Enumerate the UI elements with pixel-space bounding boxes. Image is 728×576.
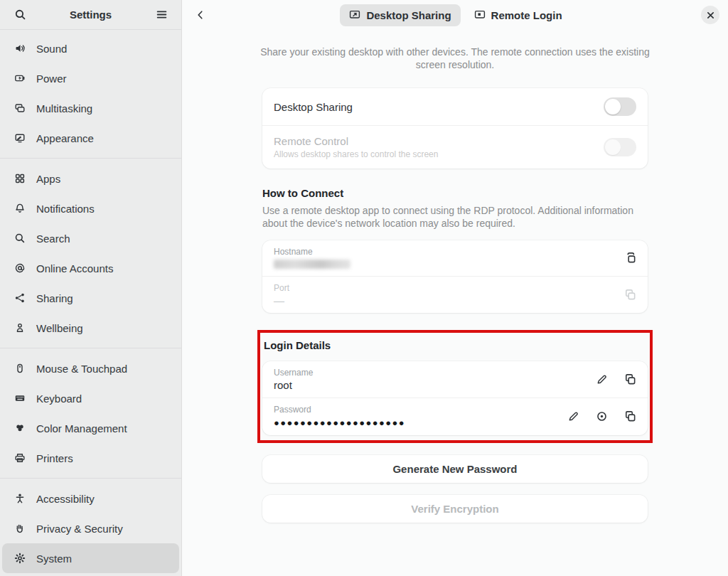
hand-icon (14, 523, 26, 535)
copy-icon (624, 289, 636, 301)
sidebar-item-label: Sharing (36, 292, 73, 304)
sidebar-item-wellbeing[interactable]: Wellbeing (2, 313, 179, 343)
desktop-sharing-label: Desktop Sharing (274, 101, 604, 113)
sidebar-item-privacy-security[interactable]: Privacy & Security (2, 513, 179, 543)
sidebar-item-keyboard[interactable]: Keyboard (2, 383, 179, 413)
remote-control-subtitle: Allows desktop shares to control the scr… (274, 149, 604, 159)
sidebar-item-online-accounts[interactable]: Online Accounts (2, 253, 179, 283)
sidebar-item-label: System (36, 553, 72, 565)
copy-icon[interactable] (624, 373, 636, 385)
back-button[interactable] (191, 5, 210, 25)
appearance-icon (14, 132, 26, 144)
desktop-sharing-toggle[interactable] (604, 97, 636, 116)
remote-login-icon (474, 9, 486, 21)
main-header: Desktop Sharing Remote Login (182, 0, 728, 30)
desktop-sharing-card: Desktop Sharing Remote Control Allows de… (262, 88, 648, 169)
port-row: Port — (262, 277, 648, 313)
sidebar-list: Sound Power Multitasking Appearance Apps (0, 30, 181, 576)
sidebar-item-mouse-touchpad[interactable]: Mouse & Touchpad (2, 353, 179, 383)
speaker-icon (14, 43, 26, 55)
username-row: Username root (262, 361, 648, 398)
sidebar-item-appearance[interactable]: Appearance (2, 123, 179, 153)
sidebar-item-label: Appearance (36, 132, 94, 144)
sidebar-header: Settings (0, 0, 181, 30)
color-circles-icon (14, 422, 26, 434)
keyboard-icon (14, 393, 26, 405)
show-password-eye-icon[interactable] (596, 410, 608, 422)
sidebar-item-accessibility[interactable]: Accessibility (2, 484, 179, 513)
sidebar-item-power[interactable]: Power (2, 63, 179, 93)
mouse-icon (14, 363, 26, 375)
sidebar-item-label: Search (36, 233, 70, 245)
close-icon[interactable] (701, 6, 719, 24)
search-icon (14, 233, 26, 245)
sidebar-item-label: Printers (36, 452, 73, 464)
sidebar-divider (0, 478, 181, 479)
desktop-sharing-row: Desktop Sharing (262, 88, 648, 125)
desktop-sharing-icon (349, 9, 360, 21)
how-to-connect-title: How to Connect (262, 187, 648, 199)
copy-icon[interactable] (624, 410, 636, 422)
sidebar-item-label: Privacy & Security (36, 523, 123, 535)
sidebar-item-notifications[interactable]: Notifications (2, 193, 179, 223)
toggle-knob (605, 139, 621, 155)
sidebar-item-color-management[interactable]: Color Management (2, 413, 179, 443)
tab-remote-login[interactable]: Remote Login (465, 4, 572, 26)
verify-encryption-button: Verify Encryption (262, 495, 648, 523)
sidebar: Settings Sound Power Multitasking Appear… (0, 0, 182, 576)
sidebar-divider (0, 158, 181, 159)
sidebar-item-printers[interactable]: Printers (2, 443, 179, 473)
sidebar-item-apps[interactable]: Apps (2, 164, 179, 193)
copy-icon[interactable] (624, 252, 636, 264)
sidebar-item-label: Notifications (36, 203, 95, 215)
sidebar-item-sound[interactable]: Sound (2, 33, 179, 63)
sidebar-item-label: Sound (36, 43, 67, 55)
sidebar-item-label: Multitasking (36, 102, 92, 114)
at-icon (14, 262, 26, 274)
login-details-card: Username root Password ●●●●●●●●●●●●●●●●●… (262, 361, 648, 435)
username-value: root (274, 379, 596, 391)
content-column: Desktop Sharing Remote Control Allows de… (262, 71, 648, 523)
sidebar-item-label: Keyboard (36, 393, 82, 405)
hostname-label: Hostname (274, 247, 624, 257)
hamburger-menu-icon[interactable] (151, 5, 171, 25)
sidebar-divider (0, 348, 181, 348)
main-panel: Desktop Sharing Remote Login Share your … (182, 0, 728, 576)
username-label: Username (274, 368, 596, 378)
share-icon (14, 292, 26, 304)
printer-icon (14, 452, 26, 464)
toggle-knob (605, 99, 621, 114)
password-row: Password ●●●●●●●●●●●●●●●●●●●● (262, 398, 648, 435)
sidebar-item-label: Accessibility (36, 493, 95, 505)
battery-icon (14, 73, 26, 85)
remote-control-label: Remote Control (274, 135, 604, 147)
password-label: Password (274, 405, 567, 415)
remote-control-toggle (604, 138, 636, 156)
sidebar-item-multitasking[interactable]: Multitasking (2, 93, 179, 123)
sidebar-item-system[interactable]: System (2, 543, 179, 573)
port-value: — (274, 294, 624, 306)
apps-grid-icon (14, 173, 26, 185)
tab-label: Desktop Sharing (366, 9, 451, 21)
sidebar-item-search[interactable]: Search (2, 223, 179, 253)
sidebar-item-sharing[interactable]: Sharing (2, 283, 179, 313)
edit-pencil-icon[interactable] (567, 410, 579, 422)
sidebar-item-label: Apps (36, 173, 60, 185)
sidebar-item-label: Wellbeing (36, 322, 83, 334)
accessibility-icon (14, 493, 26, 505)
remote-control-row: Remote Control Allows desktop shares to … (262, 126, 648, 169)
edit-pencil-icon[interactable] (596, 373, 608, 385)
generate-new-password-button[interactable]: Generate New Password (262, 455, 648, 483)
sidebar-title: Settings (30, 9, 151, 21)
settings-window: Settings Sound Power Multitasking Appear… (0, 0, 728, 576)
hostname-value-redacted (274, 260, 350, 269)
login-details-title: Login Details (262, 339, 648, 351)
how-to-connect-description: Use a remote desktop app to connect usin… (262, 205, 648, 230)
hostname-row: Hostname (262, 240, 648, 276)
tab-desktop-sharing[interactable]: Desktop Sharing (340, 4, 460, 26)
highlight-annotation: Login Details Username root (257, 330, 653, 443)
search-icon[interactable] (10, 5, 30, 25)
connection-card: Hostname Port — (262, 240, 648, 313)
view-switcher: Desktop Sharing Remote Login (210, 4, 701, 26)
tab-label: Remote Login (491, 9, 562, 21)
